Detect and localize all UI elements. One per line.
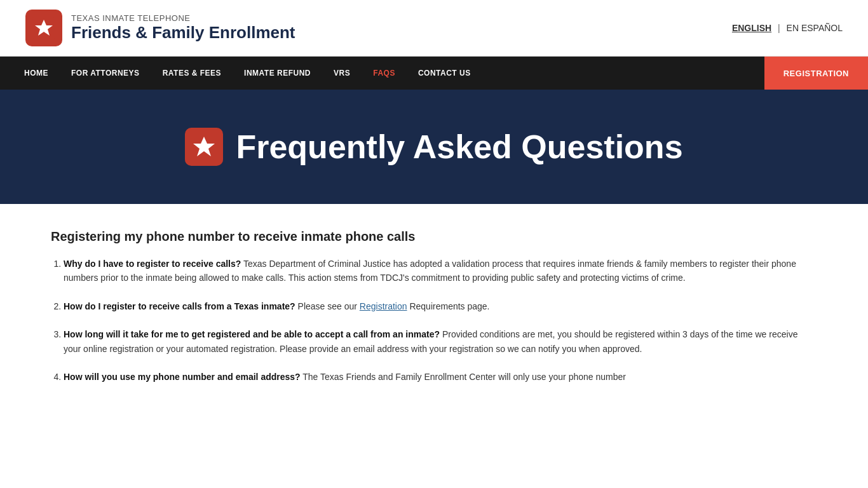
faq-question-1: Why do I have to register to receive cal… (64, 259, 241, 269)
lang-english-link[interactable]: ENGLISH (732, 23, 771, 33)
nav-registration-button[interactable]: REGISTRATION (764, 57, 868, 90)
main-nav: HOME FOR ATTORNEYS RATES & FEES INMATE R… (0, 57, 868, 90)
faq-item-4: How will you use my phone number and ema… (64, 370, 817, 384)
nav-contact-us[interactable]: CONTACT US (407, 57, 482, 90)
lang-spanish-link[interactable]: EN ESPAÑOL (787, 23, 843, 33)
hero-star-icon (185, 128, 223, 166)
faq-answer-prefix-2: Please see our (298, 301, 360, 311)
nav-inmate-refund[interactable]: INMATE REFUND (233, 57, 322, 90)
faq-item-3: How long will it take for me to get regi… (64, 327, 817, 356)
faq-question-4: How will you use my phone number and ema… (64, 372, 301, 382)
logo-subtitle: TEXAS INMATE TELEPHONE (71, 13, 295, 23)
nav-faqs[interactable]: FAQS (362, 57, 407, 90)
section-title: Registering my phone number to receive i… (51, 229, 817, 244)
faq-answer-4: The Texas Friends and Family Enrollment … (302, 372, 626, 382)
lang-divider: | (778, 23, 780, 33)
hero-title: Frequently Asked Questions (236, 128, 682, 166)
logo-title: Friends & Family Enrollment (71, 23, 295, 43)
faq-item-1: Why do I have to register to receive cal… (64, 257, 817, 285)
logo-area: TEXAS INMATE TELEPHONE Friends & Family … (25, 10, 295, 46)
faq-question-3: How long will it take for me to get regi… (64, 329, 440, 339)
nav-vrs[interactable]: VRS (322, 57, 362, 90)
hero-section: Frequently Asked Questions (0, 90, 868, 204)
faq-registration-link[interactable]: Registration (360, 301, 407, 311)
faq-item-2: How do I register to receive calls from … (64, 299, 817, 313)
main-content: Registering my phone number to receive i… (0, 204, 868, 423)
faq-answer-suffix-2: Requirements page. (409, 301, 489, 311)
svg-marker-2 (193, 137, 215, 156)
hero-inner: Frequently Asked Questions (25, 128, 843, 166)
nav-home[interactable]: HOME (13, 57, 60, 90)
logo-icon (25, 10, 62, 46)
nav-for-attorneys[interactable]: FOR ATTORNEYS (60, 57, 151, 90)
logo-text: TEXAS INMATE TELEPHONE Friends & Family … (71, 13, 295, 43)
nav-rates-fees[interactable]: RATES & FEES (151, 57, 233, 90)
site-header: TEXAS INMATE TELEPHONE Friends & Family … (0, 0, 868, 57)
nav-items: HOME FOR ATTORNEYS RATES & FEES INMATE R… (0, 57, 764, 90)
faq-question-2: How do I register to receive calls from … (64, 301, 295, 311)
faq-list: Why do I have to register to receive cal… (51, 257, 817, 384)
language-switcher: ENGLISH | EN ESPAÑOL (732, 23, 843, 33)
